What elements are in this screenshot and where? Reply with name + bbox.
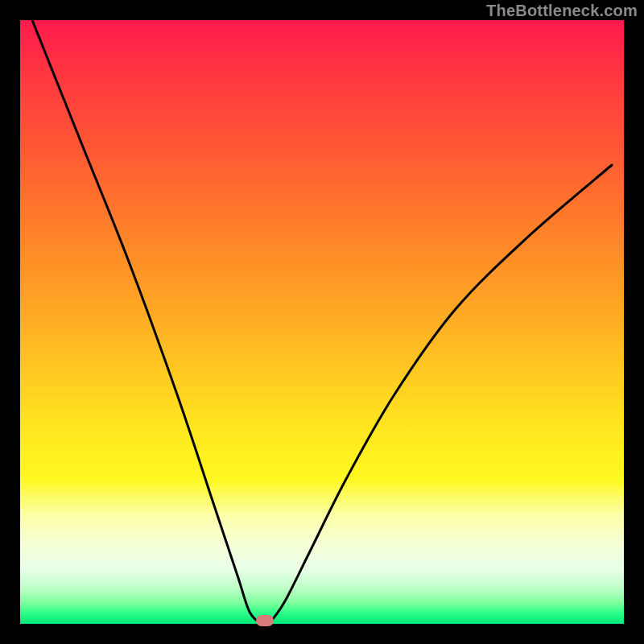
bottleneck-curve [20, 20, 624, 624]
plot-area [20, 20, 624, 624]
watermark-text: TheBottleneck.com [486, 2, 638, 20]
optimum-marker [256, 615, 274, 626]
chart-frame: TheBottleneck.com [0, 0, 644, 644]
